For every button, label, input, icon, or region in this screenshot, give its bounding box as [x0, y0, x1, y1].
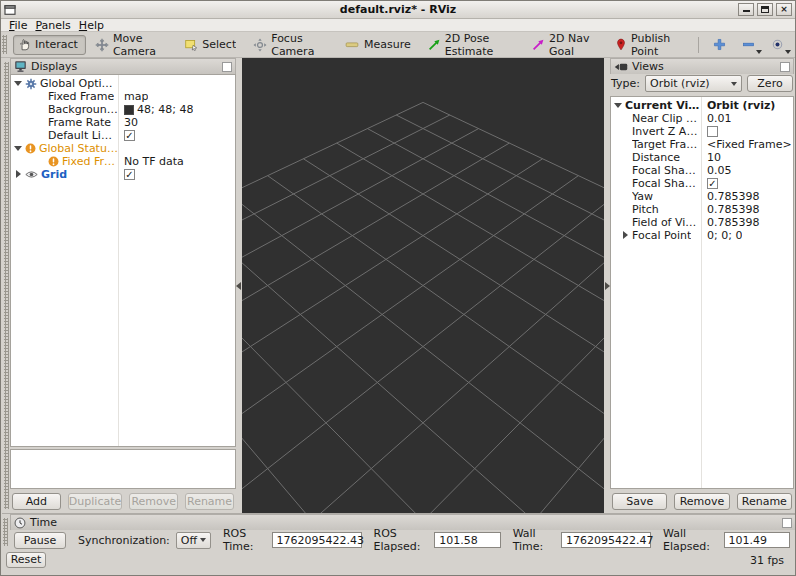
title-bar[interactable]: default.rviz* - RViz × — [1, 1, 795, 19]
property-label: Distance — [632, 151, 680, 164]
dropdown-arrow-icon — [756, 50, 762, 54]
view-type-dropdown[interactable]: Orbit (rviz) — [645, 75, 742, 92]
property-label: Yaw — [632, 190, 653, 203]
main-area: Displays Global OptionsFixed FramemapBac… — [2, 58, 796, 513]
chevron-down-icon — [200, 538, 206, 542]
remove-tool-button[interactable] — [737, 36, 760, 53]
property-row-yaw[interactable]: Yaw0.785398 — [611, 190, 793, 203]
time-float-button[interactable] — [782, 518, 792, 528]
tool-select[interactable]: Select — [179, 35, 244, 55]
expander-icon[interactable] — [621, 231, 630, 240]
pose-estimate-arrow-icon — [428, 38, 441, 51]
add-tool-button[interactable] — [708, 36, 731, 53]
duplicate-button[interactable]: Duplicate — [68, 493, 122, 510]
minimize-button[interactable] — [738, 3, 754, 16]
property-row-focal-point[interactable]: Focal Point0; 0; 0 — [611, 229, 793, 242]
expander-icon[interactable] — [614, 101, 623, 110]
checkbox[interactable]: ✓ — [707, 178, 718, 189]
toolbar-actions — [708, 36, 795, 53]
ros-elapsed-field[interactable]: 101.58 — [434, 532, 500, 548]
tool-focus-camera[interactable]: Focus Camera — [248, 35, 335, 55]
property-value: 0; 0; 0 — [707, 229, 742, 242]
views-float-button[interactable] — [780, 62, 790, 72]
dock-drag-handle[interactable] — [2, 58, 10, 513]
sync-dropdown[interactable]: Off — [176, 532, 211, 549]
property-row-focal-shape[interactable]: Focal Shape...✓ — [611, 177, 793, 190]
menu-file[interactable]: File — [9, 19, 35, 32]
chevron-down-icon — [731, 82, 737, 86]
property-label: Background Color — [48, 103, 118, 116]
expander-icon[interactable] — [14, 170, 23, 179]
time-panel-content: Pause Synchronization: Off ROS Time:1762… — [2, 530, 796, 550]
maximize-button[interactable] — [757, 3, 773, 16]
property-row-target-frame[interactable]: Target Frame<Fixed Frame> — [611, 138, 793, 151]
render-viewport-3d[interactable] — [242, 58, 604, 513]
property-value: 30 — [124, 116, 138, 129]
pause-button[interactable]: Pause — [14, 532, 66, 549]
property-label: Grid — [41, 168, 67, 181]
menu-panels[interactable]: Panels — [35, 19, 78, 32]
tool-interact[interactable]: Interact — [13, 35, 86, 55]
property-row-near-clip-di[interactable]: Near Clip Di...0.01 — [611, 112, 793, 125]
tool-measure[interactable]: Measure — [339, 35, 419, 55]
property-row-current-view[interactable]: Current ViewOrbit (rviz) — [611, 99, 793, 112]
tool-2d-nav-goal[interactable]: 2D Nav Goal — [527, 35, 606, 55]
plus-icon — [713, 38, 726, 51]
rename-button[interactable]: Rename — [185, 493, 234, 510]
property-value: No TF data — [124, 155, 184, 168]
displays-buttons: AddDuplicateRemoveRename — [10, 489, 236, 513]
displays-panel-header[interactable]: Displays — [10, 58, 236, 74]
property-label: Near Clip Di... — [632, 112, 701, 125]
time-panel-drag-handle[interactable] — [3, 518, 8, 546]
add-button[interactable]: Add — [12, 493, 61, 510]
menu-bar: FilePanelsHelp — [1, 19, 795, 32]
property-row-default-light[interactable]: Default Light✓ — [11, 129, 235, 142]
close-button[interactable]: × — [776, 3, 792, 16]
checkbox[interactable]: ✓ — [124, 130, 135, 141]
property-row-global-status-warn[interactable]: Global Status: Warn — [11, 142, 235, 155]
property-row-invert-z-axis[interactable]: Invert Z Axis — [611, 125, 793, 138]
move-camera-icon — [95, 38, 109, 52]
wall-time-field[interactable]: 1762095422.47 — [561, 532, 651, 548]
tool-properties-button[interactable] — [766, 36, 789, 53]
reset-button[interactable]: Reset — [6, 552, 46, 568]
tool-publish-point[interactable]: Publish Point — [610, 35, 689, 55]
tool-move-camera[interactable]: Move Camera — [90, 35, 175, 55]
checkbox[interactable] — [707, 126, 718, 137]
tool-2d-pose-estimate[interactable]: 2D Pose Estimate — [423, 35, 523, 55]
property-row-global-options[interactable]: Global Options — [11, 77, 235, 90]
expander-icon[interactable] — [14, 144, 23, 153]
property-value: 0.01 — [707, 112, 732, 125]
property-row-focal-shape[interactable]: Focal Shape...0.05 — [611, 164, 793, 177]
remove-button[interactable]: Remove — [129, 493, 178, 510]
views-panel-title: Views — [632, 60, 776, 73]
property-row-fixed-frame[interactable]: Fixed Framemap — [11, 90, 235, 103]
wall-elapsed-field[interactable]: 101.49 — [724, 532, 790, 548]
property-label: Focal Shape... — [632, 177, 701, 190]
displays-float-button[interactable] — [222, 62, 232, 72]
property-row-grid[interactable]: Grid✓ — [11, 168, 235, 181]
collapse-left-icon[interactable] — [236, 282, 241, 290]
property-row-distance[interactable]: Distance10 — [611, 151, 793, 164]
property-row-pitch[interactable]: Pitch0.785398 — [611, 203, 793, 216]
checkbox[interactable]: ✓ — [124, 169, 135, 180]
ros-time-field[interactable]: 1762095422.43 — [272, 532, 362, 548]
menu-help[interactable]: Help — [79, 19, 112, 32]
property-row-fixed-frame[interactable]: Fixed FrameNo TF data — [11, 155, 235, 168]
nav-goal-arrow-icon — [532, 38, 545, 51]
save-button[interactable]: Save — [612, 493, 667, 510]
property-row-field-of-view[interactable]: Field of View0.785398 — [611, 216, 793, 229]
tool-label: Select — [202, 38, 236, 51]
sync-label: Synchronization: — [78, 534, 170, 547]
rename-button[interactable]: Rename — [737, 493, 792, 510]
remove-button[interactable]: Remove — [674, 493, 729, 510]
toolbar-drag-handle[interactable] — [2, 35, 7, 54]
grid-3d — [242, 58, 604, 513]
property-row-frame-rate[interactable]: Frame Rate30 — [11, 116, 235, 129]
rviz-window: default.rviz* - RViz × FilePanelsHelp In… — [0, 0, 796, 576]
property-row-background-color[interactable]: Background Color48; 48; 48 — [11, 103, 235, 116]
expander-icon[interactable] — [14, 79, 23, 88]
views-panel-header[interactable]: Views — [610, 58, 794, 74]
property-value: 0.785398 — [707, 216, 760, 229]
zero-button[interactable]: Zero — [747, 75, 793, 92]
